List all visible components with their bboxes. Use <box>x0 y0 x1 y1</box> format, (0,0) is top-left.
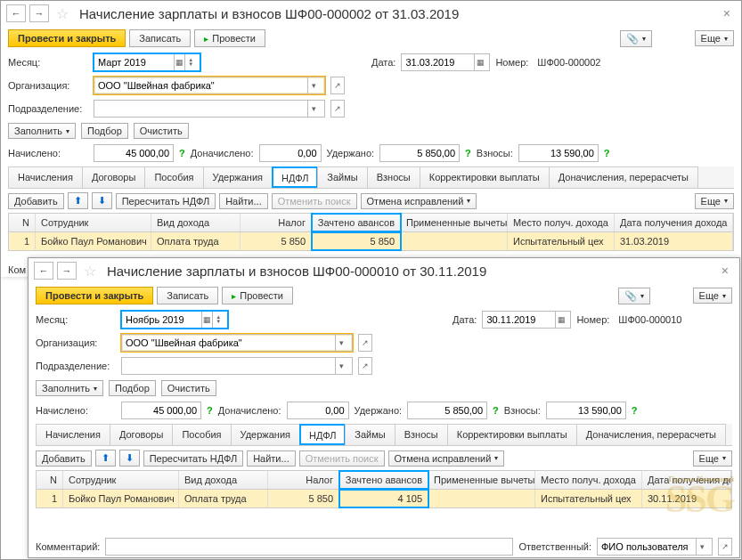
more-button[interactable]: Еще ▾ <box>693 450 732 467</box>
tab-ndfl[interactable]: НДФЛ <box>299 424 346 445</box>
col-place[interactable]: Место получ. дохода <box>535 471 642 489</box>
tab-contracts[interactable]: Договоры <box>82 166 145 188</box>
dept-input[interactable]: ▾ <box>121 357 353 375</box>
dept-open-icon[interactable]: ↗ <box>330 100 345 118</box>
col-rdate[interactable]: Дата получения дохода <box>642 471 731 489</box>
recalc-button[interactable]: Пересчитать НДФЛ <box>116 193 216 209</box>
tab-contracts[interactable]: Договоры <box>110 424 173 445</box>
tab-addl[interactable]: Доначисления, перерасчеты <box>576 424 726 445</box>
col-advance[interactable]: Зачтено авансов <box>312 214 401 231</box>
date-input[interactable]: ▦ <box>482 311 571 329</box>
month-picker-icon[interactable]: ▦ <box>174 54 185 70</box>
withheld-input[interactable] <box>407 402 487 419</box>
post-button[interactable]: ▸Провести <box>194 29 265 47</box>
move-down-button[interactable]: ⬇ <box>92 192 112 209</box>
star-icon[interactable]: ☆ <box>80 263 100 280</box>
post-close-button[interactable]: Провести и закрыть <box>36 287 153 304</box>
month-picker-icon[interactable]: ▦ <box>201 312 213 328</box>
find-button[interactable]: Найти... <box>247 450 296 467</box>
help-icon[interactable]: ? <box>465 148 471 158</box>
col-place[interactable]: Место получ. дохода <box>508 214 615 231</box>
find-button[interactable]: Найти... <box>219 193 268 209</box>
tab-benefits[interactable]: Пособия <box>172 424 231 445</box>
tab-deductions[interactable]: Удержания <box>203 166 273 188</box>
withheld-input[interactable] <box>379 144 460 162</box>
pick-button[interactable]: Подбор <box>81 123 128 139</box>
more-button[interactable]: Еще ▾ <box>693 288 732 304</box>
attach-button[interactable]: 📎 ▾ <box>620 30 652 47</box>
calendar-icon[interactable]: ▦ <box>555 312 567 328</box>
calendar-icon[interactable]: ▦ <box>474 54 486 70</box>
col-n[interactable]: N <box>37 471 63 489</box>
nav-back[interactable]: ← <box>34 262 53 280</box>
col-emp[interactable]: Сотрудник <box>36 214 151 231</box>
col-tax[interactable]: Налог <box>241 214 312 231</box>
tab-contrib[interactable]: Взносы <box>395 424 448 445</box>
close-icon[interactable]: × <box>716 264 734 278</box>
pick-button[interactable]: Подбор <box>109 380 156 396</box>
col-emp[interactable]: Сотрудник <box>63 471 179 489</box>
comment-input[interactable] <box>105 538 513 556</box>
move-up-button[interactable]: ⬆ <box>95 450 116 467</box>
accrued-input[interactable] <box>121 402 201 419</box>
org-input[interactable]: ▾ <box>121 334 353 352</box>
table-row[interactable]: 1 Бойко Паул Романович Оплата труда 5 85… <box>9 232 733 250</box>
cancel-corr-button[interactable]: Отмена исправлений ▾ <box>361 193 477 209</box>
org-input[interactable]: ▾ <box>94 77 325 94</box>
col-n[interactable]: N <box>9 214 36 231</box>
more-button[interactable]: Еще ▾ <box>695 30 734 46</box>
col-kind[interactable]: Вид дохода <box>151 214 241 231</box>
tab-deductions[interactable]: Удержания <box>231 424 300 445</box>
org-open-icon[interactable]: ↗ <box>330 77 345 94</box>
help-icon[interactable]: ? <box>604 148 610 158</box>
col-deduct[interactable]: Примененные вычеты <box>401 214 508 231</box>
tab-corrections[interactable]: Корректировки выплаты <box>420 166 550 188</box>
dept-open-icon[interactable]: ↗ <box>358 357 372 375</box>
more-button[interactable]: Еще ▾ <box>695 193 734 209</box>
nav-fwd[interactable]: → <box>29 4 49 22</box>
move-up-button[interactable]: ⬆ <box>68 192 88 209</box>
org-open-icon[interactable]: ↗ <box>358 334 372 352</box>
help-icon[interactable]: ? <box>179 148 185 158</box>
tab-accruals[interactable]: Начисления <box>8 166 83 188</box>
clear-button[interactable]: Очистить <box>161 380 216 396</box>
help-icon[interactable]: ? <box>493 405 499 416</box>
clear-button[interactable]: Очистить <box>134 123 189 139</box>
attach-button[interactable]: 📎 ▾ <box>618 288 650 304</box>
post-close-button[interactable]: Провести и закрыть <box>8 29 126 47</box>
month-input[interactable]: ▦▲▼ <box>121 311 228 329</box>
responsible-input[interactable]: ▾ <box>597 538 713 556</box>
dept-input[interactable]: ▾ <box>94 100 325 118</box>
tab-benefits[interactable]: Пособия <box>144 166 203 188</box>
recalc-button[interactable]: Пересчитать НДФЛ <box>143 450 244 467</box>
date-input[interactable]: ▦ <box>401 53 490 71</box>
tab-addl[interactable]: Доначисления, перерасчеты <box>549 166 698 188</box>
tab-accruals[interactable]: Начисления <box>36 424 110 445</box>
tab-contrib[interactable]: Взносы <box>367 166 420 188</box>
accrued-input[interactable] <box>94 144 174 162</box>
col-deduct[interactable]: Примененные вычеты <box>428 471 535 489</box>
tab-loans[interactable]: Займы <box>317 166 367 188</box>
table-row[interactable]: 1 Бойко Паул Романович Оплата труда 5 85… <box>37 490 731 507</box>
nav-back[interactable]: ← <box>6 4 26 22</box>
add-accrued-input[interactable] <box>259 144 322 162</box>
add-button[interactable]: Добавить <box>36 450 92 467</box>
post-button[interactable]: ▸Провести <box>222 287 293 304</box>
tab-corrections[interactable]: Корректировки выплаты <box>447 424 577 445</box>
fill-button[interactable]: Заполнить ▾ <box>36 380 103 396</box>
month-input[interactable]: ▦▲▼ <box>94 53 200 71</box>
cancel-corr-button[interactable]: Отмена исправлений ▾ <box>388 450 505 467</box>
nav-fwd[interactable]: → <box>57 262 77 280</box>
col-kind[interactable]: Вид дохода <box>179 471 268 489</box>
star-icon[interactable]: ☆ <box>53 5 72 22</box>
add-button[interactable]: Добавить <box>8 193 64 209</box>
help-icon[interactable]: ? <box>632 405 638 416</box>
cancel-find-button[interactable]: Отменить поиск <box>299 450 385 467</box>
col-rdate[interactable]: Дата получения дохода <box>615 214 733 231</box>
close-icon[interactable]: × <box>718 6 736 20</box>
save-button[interactable]: Записать <box>157 287 218 304</box>
contrib-input[interactable] <box>518 144 599 162</box>
col-tax[interactable]: Налог <box>268 471 339 489</box>
responsible-open-icon[interactable]: ↗ <box>718 538 732 556</box>
contrib-input[interactable] <box>546 402 626 419</box>
